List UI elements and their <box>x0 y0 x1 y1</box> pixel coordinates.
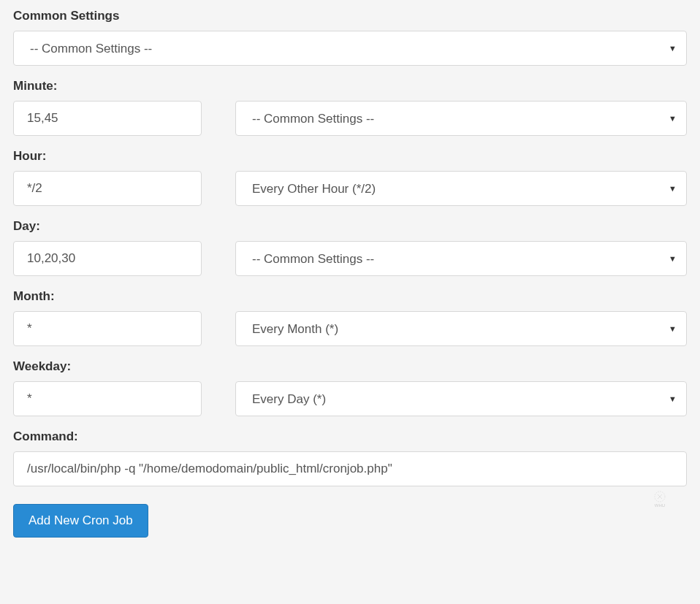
minute-preset-select[interactable]: -- Common Settings -- <box>235 101 687 136</box>
weekday-preset-select[interactable]: Every Day (*) <box>235 381 687 416</box>
month-preset-select[interactable]: Every Month (*) <box>235 311 687 346</box>
minute-input[interactable] <box>13 101 202 136</box>
weekday-label: Weekday: <box>13 359 687 374</box>
command-label: Command: <box>13 429 687 444</box>
hour-input[interactable] <box>13 171 202 206</box>
month-input[interactable] <box>13 311 202 346</box>
month-label: Month: <box>13 289 687 304</box>
common-settings-label: Common Settings <box>13 9 687 23</box>
svg-point-0 <box>655 492 665 502</box>
whu-logo-icon: WHU <box>650 489 669 508</box>
add-cron-job-button[interactable]: Add New Cron Job <box>13 504 148 538</box>
hour-preset-select[interactable]: Every Other Hour (*/2) <box>235 171 687 206</box>
day-preset-select[interactable]: -- Common Settings -- <box>235 241 687 276</box>
minute-label: Minute: <box>13 79 687 93</box>
weekday-input[interactable] <box>13 381 202 416</box>
hour-label: Hour: <box>13 149 687 164</box>
day-label: Day: <box>13 219 687 234</box>
common-settings-select[interactable]: -- Common Settings -- <box>13 31 687 66</box>
day-input[interactable] <box>13 241 202 276</box>
command-input[interactable] <box>13 451 687 486</box>
